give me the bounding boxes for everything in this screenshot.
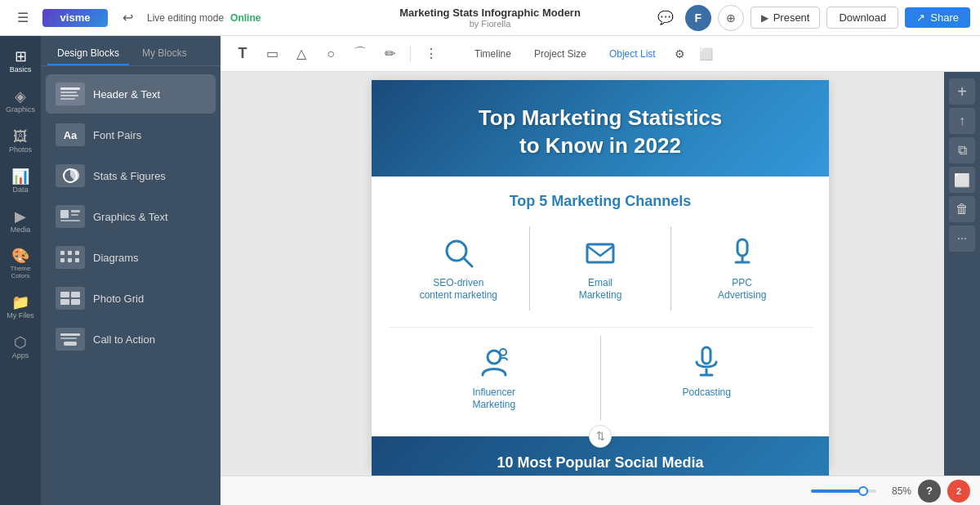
hamburger-menu-button[interactable]: ☰: [10, 5, 36, 31]
svg-rect-17: [60, 299, 69, 305]
help-button[interactable]: ?: [918, 480, 941, 503]
present-button[interactable]: ▶ Present: [751, 7, 821, 29]
collaborators-button[interactable]: ⊕: [718, 5, 744, 31]
channel-label-podcasting: Podcasting: [683, 387, 731, 400]
circle-tool-button[interactable]: ○: [318, 42, 343, 66]
tab-settings-button[interactable]: ⚙: [669, 42, 692, 65]
svg-rect-30: [702, 347, 710, 364]
svg-rect-7: [71, 214, 78, 216]
svg-rect-24: [587, 244, 613, 262]
svg-rect-0: [60, 87, 80, 90]
sidebar-item-graphics[interactable]: ◈ Graphics: [2, 83, 39, 121]
apps-icon: ⬡: [14, 335, 27, 350]
sidebar-item-basics[interactable]: ⊞ Basics: [2, 42, 39, 81]
zoom-slider[interactable]: [811, 489, 876, 493]
sidebar-label-apps: Apps: [12, 352, 29, 360]
svg-rect-3: [60, 98, 75, 100]
right-panel: + ↑ ⧉ ⬜ 🗑 ⋯: [944, 72, 980, 476]
present-label: Present: [773, 11, 810, 24]
svg-rect-16: [71, 292, 80, 297]
channel-item-podcasting: Podcasting: [601, 336, 813, 420]
sidebar-label-media: Media: [11, 226, 31, 235]
bottom-bar: 85% ? 2: [220, 476, 980, 505]
block-item-header-text[interactable]: Header & Text: [46, 74, 216, 114]
sidebar-item-photos[interactable]: 🖼 Photos: [2, 123, 39, 161]
design-panel: Design Blocks My Blocks Header & Text Aa…: [41, 36, 220, 505]
pencil-tool-button[interactable]: ✏: [377, 42, 402, 66]
left-sidebar: ⊞ Basics ◈ Graphics 🖼 Photos 📊 Data ▶ Me…: [0, 36, 41, 505]
block-item-call-to-action[interactable]: Call to Action: [46, 320, 216, 359]
text-tool-button[interactable]: T: [230, 42, 255, 66]
sidebar-item-theme-colors[interactable]: 🎨 Theme Colors: [2, 242, 39, 287]
tab-design-blocks[interactable]: Design Blocks: [47, 42, 129, 65]
svg-rect-9: [60, 251, 65, 255]
more-tools-button[interactable]: ⋮: [419, 42, 443, 66]
share-label: Share: [930, 11, 959, 24]
svg-point-28: [488, 351, 501, 364]
trash-button[interactable]: 🗑: [949, 196, 975, 222]
canvas-wrapper[interactable]: Top Marketing Statistics to Know in 2022…: [220, 72, 980, 476]
curve-tool-button[interactable]: ⌒: [348, 42, 372, 66]
sidebar-label-basics: Basics: [10, 66, 32, 74]
download-button[interactable]: Download: [826, 7, 898, 29]
section-title: Top 5 Marketing Channels: [388, 193, 813, 210]
channel-label-email: EmailMarketing: [579, 277, 622, 302]
top-bar-center: Marketing Stats Infographic Modern by Fi…: [399, 7, 581, 29]
block-item-diagrams[interactable]: Diagrams: [46, 238, 216, 277]
infographic-main-title: Top Marketing Statistics to Know in 2022: [388, 105, 813, 160]
channel-item-email: EmailMarketing: [530, 226, 671, 311]
basics-icon: ⊞: [15, 49, 27, 64]
rect-tool-button[interactable]: ▭: [260, 42, 284, 66]
logo-image: visme: [42, 9, 108, 27]
more-options-button[interactable]: ⋯: [949, 226, 975, 252]
theme-colors-icon: 🎨: [11, 248, 29, 263]
svg-rect-21: [64, 342, 77, 346]
channel-item-ppc: PPCAdvertising: [671, 226, 813, 311]
tab-project-size[interactable]: Project Size: [524, 43, 596, 65]
tab-crop-button[interactable]: ⬜: [695, 42, 718, 65]
content-area: ⊞ Basics ◈ Graphics 🖼 Photos 📊 Data ▶ Me…: [0, 36, 980, 505]
canvas-scroll[interactable]: Top Marketing Statistics to Know in 2022…: [220, 72, 980, 476]
canvas: Top Marketing Statistics to Know in 2022…: [372, 80, 829, 467]
zoom-slider-thumb: [858, 486, 868, 496]
undo-button[interactable]: ↩: [114, 5, 140, 31]
upload-button[interactable]: ↑: [949, 108, 975, 134]
toolbar-area: T ▭ △ ○ ⌒ ✏ ⋮ Timeline Project Size Obje…: [220, 36, 980, 505]
block-item-stats-figures[interactable]: Stats & Figures: [46, 156, 216, 195]
block-item-font-pairs[interactable]: Aa Font Pairs: [46, 115, 216, 154]
share-button[interactable]: ↗ Share: [905, 7, 970, 28]
block-label-diagrams: Diagrams: [93, 252, 139, 264]
infographic-header: Top Marketing Statistics to Know in 2022: [372, 80, 829, 177]
svg-rect-10: [68, 251, 72, 255]
channel-item-influencer: InfluencerMarketing: [388, 336, 600, 420]
block-item-graphics-text[interactable]: Graphics & Text: [46, 197, 216, 236]
layers-button[interactable]: ⧉: [949, 137, 975, 163]
tab-my-blocks[interactable]: My Blocks: [132, 42, 197, 65]
comment-button[interactable]: 💬: [653, 5, 679, 31]
project-title: Marketing Stats Infographic Modern: [399, 7, 581, 19]
tab-timeline[interactable]: Timeline: [465, 43, 521, 65]
channel-label-ppc: PPCAdvertising: [718, 277, 766, 302]
sidebar-item-apps[interactable]: ⬡ Apps: [2, 328, 39, 367]
svg-rect-8: [60, 220, 80, 221]
svg-rect-2: [60, 95, 78, 96]
sidebar-item-data[interactable]: 📊 Data: [2, 163, 39, 201]
tab-object-list[interactable]: Object List: [599, 43, 666, 65]
sidebar-label-photos: Photos: [9, 146, 32, 154]
block-item-photo-grid[interactable]: Photo Grid: [46, 279, 216, 318]
sub-toolbar: T ▭ △ ○ ⌒ ✏ ⋮ Timeline Project Size Obje…: [220, 36, 980, 72]
block-thumb-header-text: [56, 83, 85, 105]
scroll-indicator-button[interactable]: ⇅: [589, 425, 612, 448]
marketing-channels-bottom: InfluencerMarketing Podcastin: [388, 327, 813, 420]
top-bar: ☰ visme ↩ Live editing mode Online Marke…: [0, 0, 980, 36]
svg-rect-20: [60, 337, 77, 339]
add-element-button[interactable]: +: [949, 78, 975, 105]
zoom-level: 85%: [883, 485, 911, 497]
sidebar-item-media[interactable]: ▶ Media: [2, 203, 39, 241]
pages-button[interactable]: ⬜: [949, 167, 975, 193]
sidebar-item-my-files[interactable]: 📁 My Files: [2, 288, 39, 327]
notification-badge: 2: [947, 480, 970, 503]
avatar-button[interactable]: F: [685, 5, 711, 31]
svg-rect-12: [60, 258, 65, 262]
triangle-tool-button[interactable]: △: [289, 42, 314, 66]
